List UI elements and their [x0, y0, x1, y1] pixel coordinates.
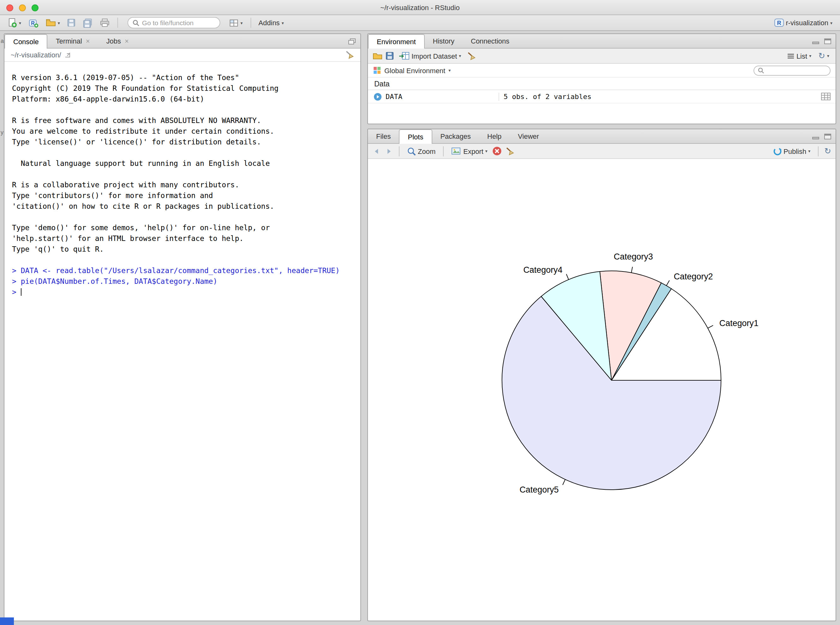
zoom-magnifier-icon: [407, 147, 416, 155]
save-workspace-icon[interactable]: [386, 52, 394, 60]
minimize-pane-icon[interactable]: [812, 134, 819, 139]
maximize-pane-icon[interactable]: [348, 38, 356, 45]
tab-jobs[interactable]: Jobs ×: [98, 34, 137, 48]
expand-object-icon[interactable]: [374, 92, 382, 101]
addins-label: Addins: [259, 19, 280, 26]
open-folder-icon: [45, 18, 56, 27]
chevron-down-icon[interactable]: ▾: [449, 68, 450, 73]
console-output-line: 'help.start()' for an HTML browser inter…: [12, 233, 353, 244]
global-environment-label[interactable]: Global Environment: [384, 67, 445, 74]
zoom-plot-button[interactable]: Zoom: [405, 145, 437, 157]
open-file-button[interactable]: ▾: [43, 17, 62, 28]
console-output-line: 'citation()' on how to cite R or R packa…: [12, 201, 353, 212]
goto-icon: [132, 19, 139, 26]
close-tab-icon[interactable]: ×: [125, 37, 129, 45]
pie-label-leader-line: [563, 480, 565, 485]
tab-viewer[interactable]: Viewer: [510, 129, 547, 143]
list-view-button[interactable]: List ▾: [785, 51, 813, 61]
tab-connections[interactable]: Connections: [463, 34, 517, 48]
publish-button[interactable]: Publish ▾: [771, 145, 812, 157]
window-title: ~/r-visualization - RStudio: [380, 3, 460, 11]
tab-label: Console: [13, 38, 39, 45]
maximize-pane-icon[interactable]: [824, 134, 831, 139]
console-output-line: Type 'q()' to quit R.: [12, 244, 353, 255]
refresh-environment-button[interactable]: ↻ ▾: [816, 50, 831, 62]
pie-label-leader-line: [631, 267, 633, 273]
tab-environment[interactable]: Environment: [368, 34, 425, 48]
console-output[interactable]: R version 3.6.1 (2019-07-05) -- "Action …: [5, 62, 360, 304]
chevron-down-icon: ▾: [282, 20, 284, 25]
environment-search[interactable]: [754, 65, 831, 75]
clear-environment-broom-icon[interactable]: [466, 51, 475, 60]
new-file-button[interactable]: ▾: [6, 16, 23, 29]
new-project-button[interactable]: R: [26, 17, 40, 29]
tab-label: Jobs: [106, 37, 121, 45]
traffic-lights: [6, 5, 39, 11]
console-pane: Console Terminal × Jobs × ~/r-visualizat…: [4, 33, 361, 621]
clear-console-broom-icon[interactable]: [344, 50, 354, 59]
pie-label-leader-line: [667, 280, 670, 286]
popout-arrow-icon[interactable]: [64, 52, 71, 58]
minimize-pane-icon[interactable]: [812, 39, 819, 44]
view-data-grid-icon[interactable]: [821, 93, 831, 100]
save-all-button[interactable]: [81, 17, 95, 29]
addins-button[interactable]: Addins ▾: [257, 18, 285, 28]
chevron-down-icon: ▾: [827, 54, 829, 58]
refresh-plot-icon[interactable]: ↻: [824, 146, 831, 156]
environment-toolbar: Import Dataset ▾ List ▾ ↻ ▾: [368, 48, 835, 64]
console-output-line: [12, 255, 353, 266]
new-project-icon: R: [28, 18, 38, 28]
console-command-line: >: [12, 287, 353, 298]
zoom-window-button[interactable]: [31, 5, 39, 11]
save-button[interactable]: [65, 17, 78, 28]
project-r-icon: R: [775, 18, 784, 27]
tab-history[interactable]: History: [425, 34, 463, 48]
plot-display-area: Category1Category2Category3Category4Cate…: [369, 159, 835, 620]
minimize-window-button[interactable]: [19, 5, 26, 11]
maximize-pane-icon[interactable]: [824, 39, 831, 44]
import-dataset-button[interactable]: Import Dataset ▾: [397, 50, 463, 61]
load-workspace-folder-icon[interactable]: [372, 52, 382, 60]
remove-plot-icon[interactable]: [492, 146, 502, 156]
tab-files[interactable]: Files: [368, 129, 399, 143]
global-environment-cube-icon: [373, 66, 381, 75]
toolbar-separator: [399, 146, 399, 156]
previous-plot-arrow-icon[interactable]: [372, 147, 381, 155]
data-section-header: Data: [368, 78, 835, 90]
tab-label: Environment: [377, 38, 416, 45]
print-button[interactable]: [98, 17, 112, 28]
pie-label-Category5: Category5: [519, 485, 558, 494]
close-tab-icon[interactable]: ×: [86, 37, 90, 45]
import-dataset-label: Import Dataset: [411, 52, 457, 60]
pie-chart: Category1Category2Category3Category4Cate…: [369, 159, 835, 620]
next-plot-arrow-icon[interactable]: [384, 147, 393, 155]
close-window-button[interactable]: [6, 5, 13, 11]
console-output-line: Type 'license()' or 'licence()' for dist…: [12, 137, 353, 148]
environment-search-input[interactable]: [767, 67, 826, 74]
export-plot-button[interactable]: Export ▾: [449, 146, 489, 156]
publish-icon: [773, 147, 782, 155]
clear-all-plots-broom-icon[interactable]: [505, 147, 515, 155]
chevron-down-icon: ▾: [240, 20, 243, 25]
environment-scope-row: Global Environment ▾: [368, 64, 835, 78]
tab-plots[interactable]: Plots: [399, 129, 432, 144]
console-output-line: Type 'demo()' for some demos, 'help()' f…: [12, 222, 353, 233]
console-output-line: Type 'contributors()' for more informati…: [12, 190, 353, 201]
project-menu-button[interactable]: R r-visualization ▾: [773, 17, 834, 28]
console-output-line: [12, 148, 353, 158]
goto-file-search[interactable]: [128, 17, 220, 28]
tab-help[interactable]: Help: [479, 129, 510, 143]
console-tabstrip: Console Terminal × Jobs ×: [5, 34, 360, 48]
pie-label-Category2: Category2: [674, 272, 713, 281]
environment-object-row[interactable]: DATA 5 obs. of 2 variables: [368, 90, 835, 103]
goto-file-input[interactable]: [142, 19, 215, 26]
toolbar-separator: [250, 18, 251, 28]
screen-edge-artifact: a: [1, 38, 4, 44]
tab-console[interactable]: Console: [5, 34, 48, 48]
console-path-bar: ~/r-visualization/: [5, 48, 360, 62]
pane-layout-button[interactable]: ▾: [227, 17, 245, 28]
tab-packages[interactable]: Packages: [432, 129, 479, 143]
zoom-label: Zoom: [418, 147, 435, 155]
tab-terminal[interactable]: Terminal ×: [48, 34, 98, 48]
plots-tabstrip: Files Plots Packages Help Viewer: [368, 129, 835, 144]
